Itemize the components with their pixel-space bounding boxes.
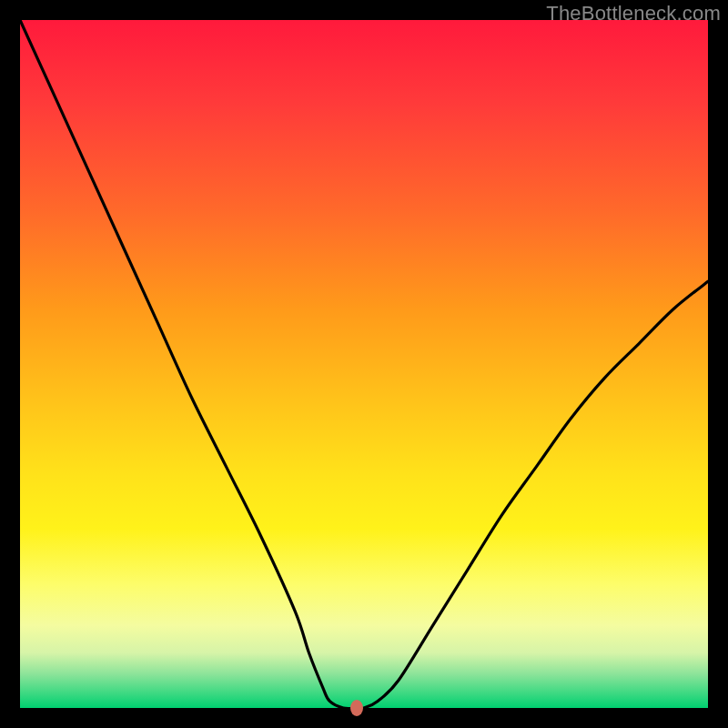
watermark-text: TheBottleneck.com	[546, 2, 721, 25]
chart-frame: TheBottleneck.com	[0, 0, 728, 728]
min-point-marker	[350, 700, 363, 716]
bottleneck-curve	[20, 20, 708, 708]
curve-path	[20, 20, 708, 709]
